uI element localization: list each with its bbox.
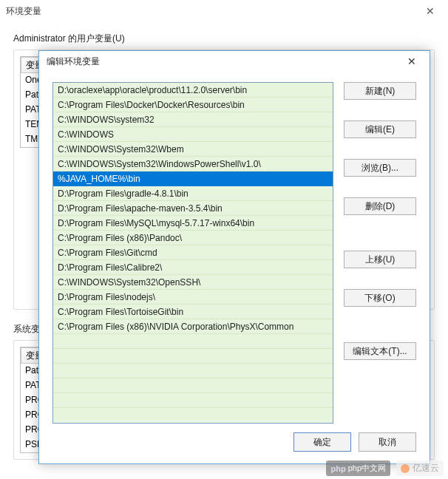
list-item[interactable]: C:\WINDOWS\System32\OpenSSH\: [53, 275, 333, 290]
list-item-empty[interactable]: [53, 378, 333, 393]
dialog-title: 编辑环境变量: [47, 55, 100, 68]
list-item[interactable]: D:\Program Files\Calibre2\: [53, 260, 333, 275]
list-item[interactable]: C:\Program Files\Docker\Docker\Resources…: [53, 98, 333, 112]
list-item[interactable]: C:\Program Files (x86)\Pandoc\: [53, 231, 333, 245]
parent-close-icon[interactable]: ✕: [418, 2, 442, 20]
edit-button[interactable]: 编辑(E): [344, 120, 416, 138]
close-icon[interactable]: ✕: [401, 54, 422, 69]
list-item-empty[interactable]: [53, 364, 333, 378]
list-item[interactable]: D:\oraclexe\app\oracle\product\11.2.0\se…: [53, 83, 333, 98]
dialog-footer: 确定 取消: [39, 429, 430, 463]
edit-env-dialog: 编辑环境变量 ✕ D:\oraclexe\app\oracle\product\…: [38, 50, 430, 464]
list-item[interactable]: D:\Program Files\apache-maven-3.5.4\bin: [53, 201, 333, 216]
list-item-empty[interactable]: [53, 334, 333, 349]
delete-button[interactable]: 删除(D): [344, 197, 416, 215]
list-item[interactable]: C:\Program Files (x86)\NVIDIA Corporatio…: [53, 319, 333, 334]
list-item[interactable]: C:\WINDOWS\system32: [53, 112, 333, 127]
cancel-button[interactable]: 取消: [359, 432, 416, 452]
list-item-empty[interactable]: [53, 393, 333, 408]
list-item[interactable]: %JAVA_HOME%\bin: [53, 171, 333, 186]
list-item[interactable]: D:\Program Files\nodejs\: [53, 290, 333, 305]
ok-button[interactable]: 确定: [293, 432, 351, 452]
list-item[interactable]: C:\Program Files\TortoiseGit\bin: [53, 305, 333, 319]
list-item[interactable]: D:\Program Files\MySQL\mysql-5.7.17-winx…: [53, 216, 333, 231]
browse-button[interactable]: 浏览(B)...: [344, 159, 416, 177]
parent-titlebar: 环境变量 ✕: [0, 0, 448, 22]
list-item[interactable]: C:\WINDOWS: [53, 127, 333, 142]
list-item[interactable]: D:\Program Files\gradle-4.8.1\bin: [53, 186, 333, 201]
new-button[interactable]: 新建(N): [344, 82, 416, 100]
list-item[interactable]: C:\WINDOWS\System32\WindowsPowerShell\v1…: [53, 157, 333, 171]
user-vars-label: Administrator 的用户变量(U): [13, 33, 435, 45]
edit-text-button[interactable]: 编辑文本(T)...: [344, 342, 416, 360]
parent-title: 环境变量: [6, 5, 418, 18]
dialog-titlebar: 编辑环境变量 ✕: [39, 51, 430, 72]
dialog-body: D:\oraclexe\app\oracle\product\11.2.0\se…: [39, 72, 430, 429]
list-item-empty[interactable]: [53, 349, 333, 364]
move-down-button[interactable]: 下移(O): [344, 289, 416, 307]
path-listbox[interactable]: D:\oraclexe\app\oracle\product\11.2.0\se…: [52, 82, 333, 424]
side-buttons: 新建(N) 编辑(E) 浏览(B)... 删除(D) 上移(U) 下移(O) 编…: [344, 82, 416, 424]
list-item[interactable]: C:\WINDOWS\System32\Wbem: [53, 142, 333, 157]
move-up-button[interactable]: 上移(U): [344, 251, 416, 268]
list-item[interactable]: C:\Program Files\Git\cmd: [53, 245, 333, 260]
